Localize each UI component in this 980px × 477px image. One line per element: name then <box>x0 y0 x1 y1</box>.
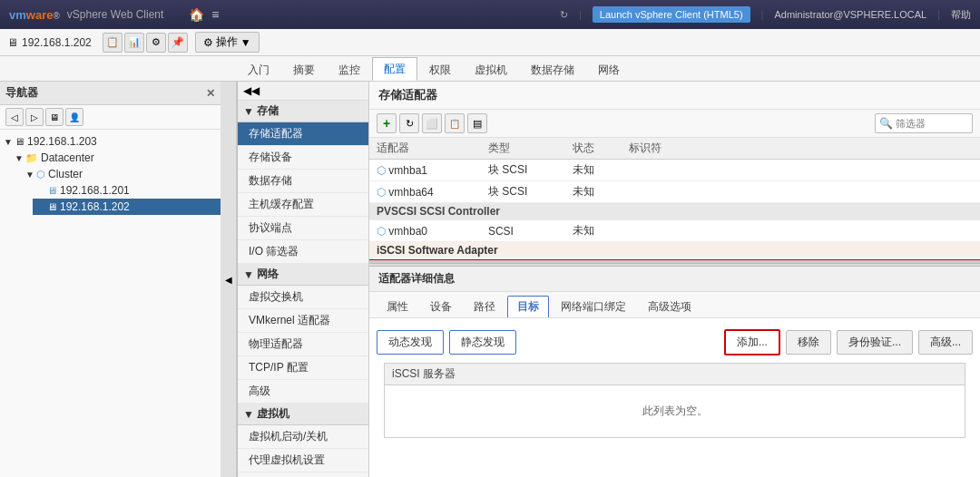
launch-vsphere-button[interactable]: Launch vSphere Client (HTML5) <box>593 6 750 23</box>
tree-label-cluster: Cluster <box>48 168 83 180</box>
nav-item-vm-autostart[interactable]: 虚拟机启动/关机 <box>238 425 368 449</box>
sidebar: 导航器 ✕ ◁ ▷ 🖥 👤 ▼ 🖥 192.168.1.203 ▼ <box>0 82 220 477</box>
nav-item-datastores[interactable]: 数据存储 <box>238 170 368 193</box>
sidebar-btn-1[interactable]: ◁ <box>5 108 24 126</box>
tree-toggle-203: ▼ <box>4 137 13 147</box>
help-label[interactable]: 帮助 <box>951 8 971 22</box>
network-toggle-icon: ▼ <box>243 268 254 281</box>
sidebar-resize-handle[interactable]: ◀ <box>220 82 237 477</box>
tab-sjcc[interactable]: 数据存储 <box>519 58 586 81</box>
nav-item-virtual-switch[interactable]: 虚拟交换机 <box>238 286 368 309</box>
adapter-icon-2: ⬡ <box>377 186 386 199</box>
adapters-toolbar-left: + ↻ ⬜ 📋 ▤ <box>377 113 487 133</box>
sidebar-container: 导航器 ✕ ◁ ▷ 🖥 👤 ▼ 🖥 192.168.1.203 ▼ <box>0 82 238 477</box>
adapter-id-2 <box>622 181 980 203</box>
sidebar-btn-2[interactable]: ▷ <box>25 108 44 126</box>
remove-btn[interactable]: 移除 <box>786 330 831 355</box>
nav-item-swap[interactable]: 交换文件位置 <box>238 472 368 477</box>
advanced-btn[interactable]: 高级... <box>918 330 973 355</box>
host-label: 192.168.1.202 <box>22 36 92 49</box>
table-row[interactable]: ⬡ vmhba64 块 SCSI 未知 <box>369 181 980 203</box>
tab-detail-target[interactable]: 目标 <box>507 296 549 317</box>
static-discovery-btn[interactable]: 静态发现 <box>449 330 516 355</box>
tree-item-datacenter[interactable]: ▼ 📁 Datacenter <box>11 150 220 166</box>
tab-detail-path[interactable]: 路径 <box>464 296 505 317</box>
config-section-vm[interactable]: ▼ 虚拟机 <box>238 404 368 425</box>
nav-item-agent-vm[interactable]: 代理虚拟机设置 <box>238 449 368 472</box>
dynamic-discovery-btn[interactable]: 动态发现 <box>377 330 444 355</box>
tab-detail-device[interactable]: 设备 <box>420 296 462 317</box>
tab-detail-advanced[interactable]: 高级选项 <box>638 296 701 317</box>
second-bar: 🖥 192.168.1.202 📋 📊 ⚙ 📌 ⚙ 操作 ▼ <box>0 29 980 56</box>
nav-item-tcpip[interactable]: TCP/IP 配置 <box>238 356 368 380</box>
tree-item-host202[interactable]: 🖥 192.168.1.202 <box>33 199 220 215</box>
home-icon[interactable]: 🏠 <box>189 7 204 22</box>
adapter-name-3: ⬡ vmhba0 <box>369 220 481 242</box>
tree-item-cluster[interactable]: ▼ ⬡ Cluster <box>22 166 220 182</box>
tree-icon-203: 🖥 <box>15 136 24 147</box>
settings-btn[interactable]: ▤ <box>467 113 487 133</box>
toolbar-btn-2[interactable]: 📊 <box>124 33 144 53</box>
empty-table-msg: 此列表为空。 <box>385 385 965 437</box>
vmware-logo: vmware® <box>9 8 60 22</box>
actions-button[interactable]: ⚙ 操作 ▼ <box>195 32 260 53</box>
table-row[interactable]: ⬡ vmhba1 块 SCSI 未知 <box>369 160 980 181</box>
toolbar-btn-4[interactable]: 📌 <box>168 33 188 53</box>
tab-detail-network[interactable]: 网络端口绑定 <box>551 296 636 317</box>
nav-item-storage-adapters[interactable]: 存储适配器 <box>238 122 368 146</box>
adapter-status-2: 未知 <box>565 181 622 203</box>
nav-item-protocol[interactable]: 协议端点 <box>238 217 368 240</box>
left-nav-collapse-btn[interactable]: ◀◀ <box>238 82 368 101</box>
tab-rumen[interactable]: 入门 <box>236 58 281 81</box>
add-btn[interactable]: 添加... <box>724 329 780 355</box>
tree-item-host203[interactable]: ▼ 🖥 192.168.1.203 <box>0 133 220 150</box>
nav-item-io-filter[interactable]: I/O 筛选器 <box>238 240 368 264</box>
main-content: 存储适配器 + ↻ ⬜ 📋 ▤ 🔍 <box>369 82 980 477</box>
filter-input[interactable] <box>896 118 968 129</box>
sidebar-collapse-btn[interactable]: ✕ <box>206 87 215 100</box>
nav-item-advanced-net[interactable]: 高级 <box>238 380 368 404</box>
sidebar-toolbar: ◁ ▷ 🖥 👤 <box>0 105 220 130</box>
add-adapter-btn[interactable]: + <box>377 113 397 133</box>
col-adapter: 适配器 <box>369 138 481 160</box>
product-name: vSphere Web Client <box>67 8 164 21</box>
tab-peizhi[interactable]: 配置 <box>372 57 417 81</box>
refresh-icon[interactable]: ↻ <box>560 9 568 21</box>
tab-xuniji[interactable]: 虚拟机 <box>463 58 519 81</box>
adapter-icon-1: ⬡ <box>377 164 386 177</box>
filter-box[interactable]: 🔍 <box>875 113 973 133</box>
separator3: | <box>937 9 940 20</box>
nav-item-vmkernel[interactable]: VMkernel 适配器 <box>238 309 368 333</box>
adapter-details: 适配器详细信息 属性 设备 路径 目标 网络端口绑定 高级选项 动态发现 静态发… <box>369 267 980 449</box>
tab-wangluo[interactable]: 网络 <box>586 58 632 81</box>
tab-quanxian[interactable]: 权限 <box>417 58 463 81</box>
more-btn[interactable]: ⬜ <box>422 113 442 133</box>
config-section-storage[interactable]: ▼ 存储 <box>238 101 368 122</box>
adapters-title: 存储适配器 <box>369 82 980 110</box>
export-btn[interactable]: 📋 <box>445 113 465 133</box>
sidebar-title: 导航器 <box>5 85 38 101</box>
tab-jiankong[interactable]: 监控 <box>327 58 372 81</box>
tab-zhaiyao[interactable]: 摘要 <box>281 58 327 81</box>
toolbar-btn-3[interactable]: ⚙ <box>146 33 166 53</box>
sidebar-btn-4[interactable]: 👤 <box>65 108 83 126</box>
nav-item-host-cache[interactable]: 主机缓存配置 <box>238 193 368 217</box>
auth-btn[interactable]: 身份验证... <box>837 330 913 355</box>
details-title: 适配器详细信息 <box>369 267 980 292</box>
tree-item-host201[interactable]: 🖥 192.168.1.201 <box>33 182 220 199</box>
top-bar-left: vmware® vSphere Web Client 🏠 ≡ <box>9 7 219 22</box>
refresh-adapters-btn[interactable]: ↻ <box>399 113 419 133</box>
menu-icon[interactable]: ≡ <box>211 7 219 22</box>
sidebar-btn-3[interactable]: 🖥 <box>45 108 64 126</box>
nav-item-physical[interactable]: 物理适配器 <box>238 333 368 356</box>
tree-label-203: 192.168.1.203 <box>27 135 97 148</box>
tab-detail-attr[interactable]: 属性 <box>377 296 418 317</box>
nav-item-storage-devices[interactable]: 存储设备 <box>238 146 368 170</box>
adapter-type-3: SCSI <box>481 220 565 242</box>
config-section-network[interactable]: ▼ 网络 <box>238 264 368 286</box>
table-row[interactable]: ⬡ vmhba0 SCSI 未知 <box>369 220 980 242</box>
toolbar-btn-1[interactable]: 📋 <box>103 33 122 53</box>
top-bar-right: ↻ | Launch vSphere Client (HTML5) | Admi… <box>560 6 971 23</box>
admin-user[interactable]: Administrator@VSPHERE.LOCAL <box>774 9 926 20</box>
tree-toggle-cluster: ▼ <box>25 170 34 180</box>
